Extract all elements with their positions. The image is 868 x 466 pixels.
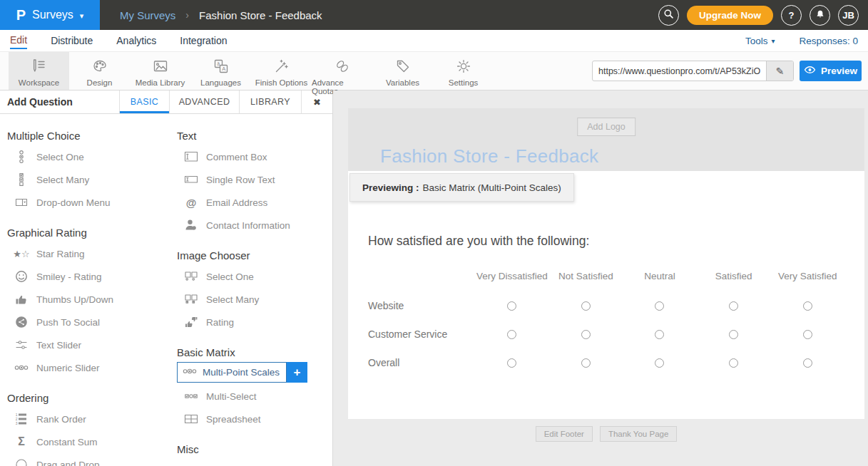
qtype-constant-sum[interactable]: Σ Constant Sum xyxy=(7,430,165,453)
edit-url-button[interactable]: ✎ xyxy=(766,61,793,81)
bell-icon xyxy=(815,9,826,22)
radio-button[interactable] xyxy=(803,358,812,368)
product-switcher[interactable]: P Surveys ▾ xyxy=(0,0,100,30)
qtype-rank-order[interactable]: 123 Rank Order xyxy=(7,408,165,430)
gear-icon xyxy=(455,58,472,76)
qtype-push-to-social[interactable]: Push To Social xyxy=(7,311,165,333)
matrix-row-label: Website xyxy=(368,291,475,320)
search-button[interactable] xyxy=(658,5,679,26)
radio-button[interactable] xyxy=(729,301,738,311)
sliders-icon xyxy=(14,338,29,352)
translate-icon: āA xyxy=(213,58,230,76)
tool-media-library[interactable]: Media Library xyxy=(130,52,190,90)
survey-title[interactable]: Fashion Store - Feedback xyxy=(380,145,598,167)
notifications-button[interactable] xyxy=(810,5,830,26)
qtype-label: Select Many xyxy=(206,294,259,305)
add-question-header: Add Question BASIC ADVANCED LIBRARY ✖ xyxy=(0,90,332,114)
survey-preview-region: Previewing : Basic Matrix (Multi-Point S… xyxy=(333,90,868,466)
radio-button[interactable] xyxy=(803,330,812,339)
tool-advance-quotas[interactable]: Advance Quotas xyxy=(312,52,372,90)
matrix-question: Very Dissatisfied Not Satisfied Neutral … xyxy=(368,260,844,377)
qtype-label: Select One xyxy=(206,271,254,282)
close-icon: ✖ xyxy=(313,97,321,108)
tool-settings[interactable]: Settings xyxy=(433,52,494,90)
tool-design[interactable]: Design xyxy=(69,52,130,90)
qtype-star-rating[interactable]: ★☆ Star Rating xyxy=(7,242,165,265)
single-row-text-icon xyxy=(183,172,199,187)
qtype-spreadsheet[interactable]: Spreadsheet xyxy=(177,408,332,430)
radio-button[interactable] xyxy=(655,301,664,311)
radio-button[interactable] xyxy=(581,301,591,311)
qtype-label: Drop-down Menu xyxy=(36,197,111,208)
breadcrumb-current-survey: Fashion Store - Feedback xyxy=(199,9,322,21)
upgrade-now-button[interactable]: Upgrade Now xyxy=(687,6,773,25)
qtype-label: Select One xyxy=(36,152,84,162)
tools-dropdown[interactable]: Tools ▾ xyxy=(745,36,775,46)
tab-edit[interactable]: Edit xyxy=(10,33,27,49)
qtype-multi-select[interactable]: Multi-Select xyxy=(177,385,332,408)
radio-button[interactable] xyxy=(581,358,591,368)
qtype-numeric-slider[interactable]: Numeric Slider xyxy=(7,356,165,379)
matrix-column-header: Very Dissatisfied xyxy=(475,260,549,291)
qtype-single-row-text[interactable]: Single Row Text xyxy=(177,168,332,191)
preview-button[interactable]: Preview xyxy=(800,61,862,81)
qtype-label: Single Row Text xyxy=(206,175,275,185)
radio-button[interactable] xyxy=(655,358,664,368)
radio-button[interactable] xyxy=(655,330,664,339)
qtype-label: Multi-Select xyxy=(206,391,257,402)
tab-library[interactable]: LIBRARY xyxy=(239,90,301,113)
qtype-email-address[interactable]: @ Email Address xyxy=(177,191,332,214)
radio-button[interactable] xyxy=(507,358,516,368)
contact-person-icon xyxy=(183,218,199,232)
qtype-image-select-many[interactable]: Select Many xyxy=(177,288,332,311)
tab-integration[interactable]: Integration xyxy=(180,33,227,48)
link-icon xyxy=(334,58,351,76)
section-misc: Misc xyxy=(177,443,332,455)
radio-button[interactable] xyxy=(729,330,738,339)
avatar[interactable]: JB xyxy=(838,5,859,26)
breadcrumb-my-surveys[interactable]: My Surveys xyxy=(120,9,175,21)
radio-button[interactable] xyxy=(803,301,812,311)
qtype-smiley-rating[interactable]: Smiley - Rating xyxy=(7,265,165,288)
question-text[interactable]: How satisfied are you with the following… xyxy=(368,234,844,249)
qtype-image-rating[interactable]: Rating xyxy=(177,311,332,333)
responses-count[interactable]: Responses: 0 xyxy=(799,36,858,46)
tab-basic[interactable]: BASIC xyxy=(119,90,169,113)
smiley-icon xyxy=(14,269,29,284)
radio-button[interactable] xyxy=(729,358,738,368)
qtype-contact-information[interactable]: Contact Information xyxy=(177,214,332,237)
radio-button[interactable] xyxy=(507,330,516,339)
qtype-text-slider[interactable]: Text Slider xyxy=(7,333,165,356)
share-icon xyxy=(14,315,29,329)
qtype-multi-point-scales-selected[interactable]: Multi-Point Scales + xyxy=(177,362,332,383)
thank-you-page-button[interactable]: Thank You Page xyxy=(600,426,677,442)
chevron-down-icon: ▾ xyxy=(80,11,84,21)
edit-footer-button[interactable]: Edit Footer xyxy=(536,426,593,442)
tab-advanced[interactable]: ADVANCED xyxy=(169,90,239,113)
tab-distribute[interactable]: Distribute xyxy=(51,33,93,48)
tool-languages[interactable]: āA Languages xyxy=(190,52,251,90)
tool-label: Languages xyxy=(200,78,241,87)
tool-workspace[interactable]: Workspace xyxy=(9,52,69,90)
qtype-image-select-one[interactable]: Select One xyxy=(177,265,332,288)
qtype-drag-and-drop[interactable]: Drag and Drop xyxy=(7,453,165,466)
qtype-dropdown-menu[interactable]: Drop-down Menu xyxy=(7,191,165,214)
qtype-select-one[interactable]: Select One xyxy=(7,145,165,168)
tool-variables[interactable]: Variables xyxy=(372,52,433,90)
tab-analytics[interactable]: Analytics xyxy=(116,33,156,48)
matrix-row-label: Customer Service xyxy=(368,320,475,348)
product-name: Surveys xyxy=(32,9,73,21)
survey-url-input[interactable] xyxy=(593,66,766,76)
preview-label: Preview xyxy=(821,66,857,76)
radio-button[interactable] xyxy=(507,301,516,311)
eye-icon xyxy=(804,65,816,77)
qtype-comment-box[interactable]: Comment Box xyxy=(177,145,332,168)
qtype-select-many[interactable]: Select Many xyxy=(7,168,165,191)
add-logo-button[interactable]: Add Logo xyxy=(577,118,635,136)
radio-button[interactable] xyxy=(581,330,591,339)
qtype-thumbs-up-down[interactable]: Thumbs Up/Down xyxy=(7,288,165,311)
add-question-plus-button[interactable]: + xyxy=(287,362,307,383)
tool-finish-options[interactable]: Finish Options xyxy=(251,52,312,90)
qtype-label: Contact Information xyxy=(206,220,290,231)
help-button[interactable]: ? xyxy=(781,5,802,26)
